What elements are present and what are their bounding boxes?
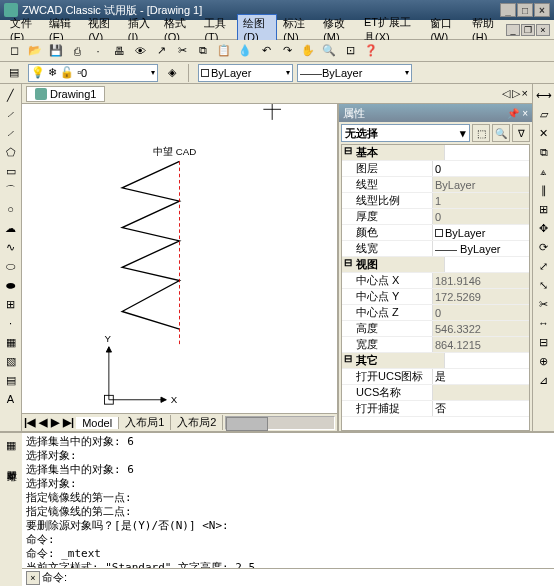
preview-icon[interactable]: 🖶: [109, 41, 129, 61]
polygon-icon[interactable]: ⬠: [2, 143, 20, 161]
modeltab-nav[interactable]: ▶: [49, 416, 61, 429]
stretch-icon[interactable]: ⤡: [535, 276, 553, 294]
line-icon[interactable]: ╱: [2, 86, 20, 104]
zoom-ext-icon[interactable]: 🔍: [319, 41, 339, 61]
maximize-button[interactable]: □: [517, 3, 533, 17]
rotate-icon[interactable]: ⟳: [535, 238, 553, 256]
h-scrollbar[interactable]: [225, 416, 335, 430]
prop-row[interactable]: 中心点 Z0: [342, 305, 529, 321]
layer-selector[interactable]: 💡 ❄ 🔓 ▫ 0▾: [28, 64, 158, 82]
prop-category[interactable]: 视图: [342, 257, 529, 273]
paste-icon[interactable]: ⧉: [193, 41, 213, 61]
mirror-icon[interactable]: ⟁: [535, 162, 553, 180]
copy-icon[interactable]: ⧉: [535, 143, 553, 161]
prop-row[interactable]: 线宽—— ByLayer: [342, 241, 529, 257]
document-tab[interactable]: Drawing1: [26, 86, 105, 102]
zoom-icon[interactable]: ✋: [298, 41, 318, 61]
save-icon[interactable]: 💾: [46, 41, 66, 61]
redo-icon[interactable]: ↶: [256, 41, 276, 61]
prop-row[interactable]: UCS名称: [342, 385, 529, 401]
polyline-icon[interactable]: ⟋: [2, 124, 20, 142]
selection-combo[interactable]: 无选择▾: [341, 124, 470, 142]
region-icon[interactable]: ▧: [2, 352, 20, 370]
table-icon[interactable]: ▤: [2, 371, 20, 389]
quick-select-icon[interactable]: 🔍: [492, 124, 510, 142]
mdi-minimize[interactable]: _: [506, 24, 520, 36]
prop-row[interactable]: 打开捕捉否: [342, 401, 529, 417]
revision-icon[interactable]: ☁: [2, 219, 20, 237]
properties-pin-icon[interactable]: 📌 ×: [507, 108, 528, 119]
modeltab[interactable]: 入布局1: [119, 415, 171, 430]
prop-row[interactable]: 中心点 X181.9146: [342, 273, 529, 289]
modeltab[interactable]: Model: [76, 417, 119, 429]
erase-icon[interactable]: ✕: [535, 124, 553, 142]
open-icon[interactable]: 📂: [25, 41, 45, 61]
scale-icon[interactable]: ⤢: [535, 257, 553, 275]
model-layout-tabs: |◀◀▶▶|Model入布局1入布局2: [22, 413, 337, 431]
offset-icon[interactable]: ∥: [535, 181, 553, 199]
prop-row[interactable]: 图层0: [342, 161, 529, 177]
prop-row[interactable]: 宽度864.1215: [342, 337, 529, 353]
chamfer-icon[interactable]: ⊿: [535, 371, 553, 389]
publish-icon[interactable]: 👁: [130, 41, 150, 61]
ellipse-icon[interactable]: ⬭: [2, 257, 20, 275]
text-icon[interactable]: A: [2, 390, 20, 408]
pan-icon[interactable]: ↷: [277, 41, 297, 61]
break-icon[interactable]: ⊟: [535, 333, 553, 351]
extend-icon[interactable]: ↔: [535, 314, 553, 332]
mdi-restore[interactable]: ❐: [521, 24, 535, 36]
prop-row[interactable]: 中心点 Y172.5269: [342, 289, 529, 305]
distance-icon[interactable]: ⟷: [535, 86, 553, 104]
props-icon[interactable]: ⊡: [340, 41, 360, 61]
layer-manager-icon[interactable]: ▤: [4, 63, 24, 83]
block-icon[interactable]: ⊞: [2, 295, 20, 313]
filter-icon[interactable]: ∇: [512, 124, 530, 142]
tab-next-icon[interactable]: ▷: [512, 87, 520, 100]
prop-row[interactable]: 颜色ByLayer: [342, 225, 529, 241]
join-icon[interactable]: ⊕: [535, 352, 553, 370]
tab-close-icon[interactable]: ×: [522, 87, 528, 100]
trim-icon[interactable]: ✂: [535, 295, 553, 313]
area-icon[interactable]: ▱: [535, 105, 553, 123]
saveall-icon[interactable]: ⎙: [67, 41, 87, 61]
match-icon[interactable]: 📋: [214, 41, 234, 61]
drawing-canvas[interactable]: 中望 CAD X Y: [22, 104, 337, 413]
prop-row[interactable]: 打开UCS图标是: [342, 369, 529, 385]
tab-prev-icon[interactable]: ◁: [502, 87, 510, 100]
circle-icon[interactable]: ○: [2, 200, 20, 218]
rectangle-icon[interactable]: ▭: [2, 162, 20, 180]
spline-icon[interactable]: ∿: [2, 238, 20, 256]
undo-icon[interactable]: 💧: [235, 41, 255, 61]
copy-icon[interactable]: ✂: [172, 41, 192, 61]
mdi-close[interactable]: ×: [536, 24, 550, 36]
help-icon[interactable]: ❓: [361, 41, 381, 61]
modeltab-nav[interactable]: ▶|: [61, 416, 76, 429]
prop-row[interactable]: 线型ByLayer: [342, 177, 529, 193]
plot-icon[interactable]: ·: [88, 41, 108, 61]
modeltab[interactable]: 入布局2: [171, 415, 223, 430]
prop-category[interactable]: 基本: [342, 145, 529, 161]
modeltab-nav[interactable]: |◀: [22, 416, 37, 429]
array-icon[interactable]: ⊞: [535, 200, 553, 218]
ellipse-arc-icon[interactable]: ⬬: [2, 276, 20, 294]
pick-add-icon[interactable]: ⬚: [472, 124, 490, 142]
prop-row[interactable]: 厚度0: [342, 209, 529, 225]
move-icon[interactable]: ✥: [535, 219, 553, 237]
cut-icon[interactable]: ↗: [151, 41, 171, 61]
prop-row[interactable]: 高度546.3322: [342, 321, 529, 337]
layer-states-icon[interactable]: ◈: [162, 63, 182, 83]
cmd-tab-icon[interactable]: ▦: [1, 435, 21, 455]
new-icon[interactable]: ◻: [4, 41, 24, 61]
close-button[interactable]: ×: [534, 3, 550, 17]
hatch-icon[interactable]: ▦: [2, 333, 20, 351]
modeltab-nav[interactable]: ◀: [37, 416, 49, 429]
arc-icon[interactable]: ⌒: [2, 181, 20, 199]
color-selector[interactable]: ByLayer▾: [198, 64, 293, 82]
construction-icon[interactable]: ⟋: [2, 105, 20, 123]
prop-category[interactable]: 其它: [342, 353, 529, 369]
prop-row[interactable]: 线型比例1: [342, 193, 529, 209]
linetype-selector[interactable]: —— ByLayer▾: [297, 64, 412, 82]
cmd-close-icon[interactable]: ×: [26, 571, 40, 585]
point-icon[interactable]: ·: [2, 314, 20, 332]
command-log[interactable]: 选择集当中的对象: 6 选择对象: 选择集当中的对象: 6 选择对象: 指定镜像…: [22, 433, 554, 568]
